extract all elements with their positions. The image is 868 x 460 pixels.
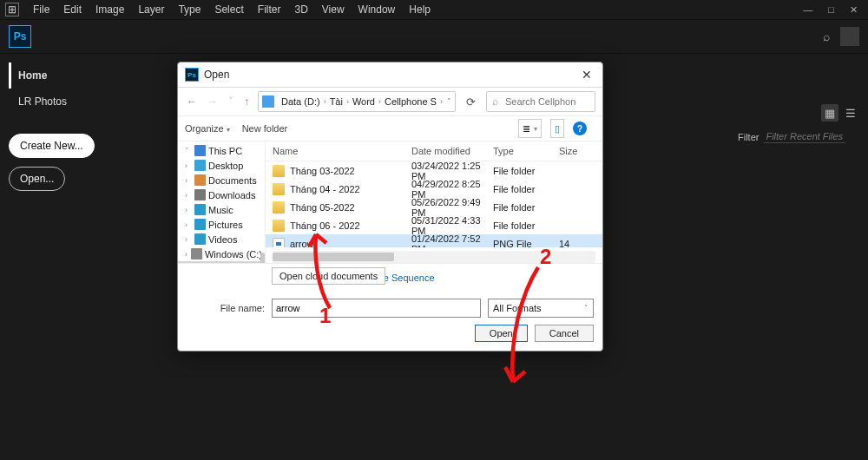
col-size[interactable]: Size [559,146,587,156]
nav-forward-icon[interactable]: → [206,94,220,109]
menubar: ⊞ File Edit Image Layer Type Select Filt… [0,0,868,20]
tree-node[interactable]: ›Documents [178,173,265,187]
open-button[interactable]: Open... [9,167,65,191]
sidebar-item-home[interactable]: Home [9,62,130,89]
tree-scrollbar[interactable] [260,253,265,263]
dialog-ps-icon: Ps [185,68,199,82]
filter-input[interactable] [764,130,845,143]
search-box[interactable]: ⌕ [486,91,595,112]
topbar: Ps ⌕ [0,20,868,54]
tree-node[interactable]: ›Music [178,202,265,217]
app-mark-icon: ⊞ [5,3,19,16]
nav-back-icon[interactable]: ← [185,94,199,109]
file-row[interactable]: arrow01/24/2022 7:52 PMPNG File14 [266,234,602,247]
avatar[interactable] [840,27,859,46]
close-icon[interactable]: ✕ [850,4,858,16]
format-value: All Formats [493,303,542,313]
crumb-1[interactable]: Tài [326,96,346,107]
file-row[interactable]: Tháng 06 - 202205/31/2022 4:33 PMFile fo… [266,216,602,234]
file-row[interactable]: Tháng 04 - 202204/29/2022 8:25 PMFile fo… [266,180,602,198]
tree-node[interactable]: ›Pictures [178,217,265,232]
nav-recent-icon[interactable]: ˅ [227,94,235,109]
tree-node[interactable]: ›Downloads [178,187,265,202]
dialog-open-button[interactable]: Open [475,325,528,342]
file-row[interactable]: Tháng 05-202205/26/2022 9:49 PMFile fold… [266,198,602,216]
organize-menu[interactable]: Organize▾ [185,123,230,134]
new-folder-button[interactable]: New folder [242,123,288,134]
dialog-cancel-button[interactable]: Cancel [535,325,594,342]
col-name[interactable]: Name [273,146,411,156]
search-icon[interactable]: ⌕ [823,30,830,43]
file-row[interactable]: Tháng 03-202203/24/2022 1:25 PMFile fold… [266,161,602,180]
menu-help[interactable]: Help [402,1,437,18]
tree-node[interactable]: ›Windows (C:) [178,246,265,261]
chevron-down-icon: ˅ [584,304,589,312]
drive-icon [262,95,274,108]
search-input[interactable] [503,95,578,108]
menu-edit[interactable]: Edit [56,1,89,18]
grid-view-icon[interactable]: ▦ [821,104,838,122]
crumb-0[interactable]: Data (D:) [278,96,324,107]
menu-3d[interactable]: 3D [287,1,314,18]
tree-node[interactable]: ›Desktop [178,158,265,173]
list-view-icon[interactable]: ☰ [842,104,859,122]
menu-filter[interactable]: Filter [251,1,288,18]
menu-image[interactable]: Image [89,1,131,18]
create-new-button[interactable]: Create New... [9,134,95,158]
minimize-icon[interactable]: — [803,4,812,16]
recent-panel: ▦ ☰ Filter [738,104,859,143]
crumb-2[interactable]: Word [349,96,378,107]
menu-view[interactable]: View [315,1,352,18]
home-sidebar: Home LR Photos Create New... Open... [9,62,130,191]
search-glass-icon: ⌕ [492,95,498,108]
sidebar-item-lr[interactable]: LR Photos [9,89,130,115]
refresh-icon[interactable]: ⟳ [463,95,479,108]
ps-logo: Ps [9,25,31,48]
col-type[interactable]: Type [493,146,559,156]
format-dropdown[interactable]: All Formats ˅ [488,299,594,318]
preview-pane-button[interactable]: ▯ [550,119,564,138]
open-dialog: Ps Open ✕ ← → ˅ ↑ Data (D:)› Tài› Word› … [177,62,603,352]
open-cloud-button[interactable]: Open cloud documents [272,267,385,285]
tree-node[interactable]: ˅This PC [178,143,265,158]
menu-file[interactable]: File [26,1,56,18]
col-date[interactable]: Date modified [411,146,493,156]
nav-up-icon[interactable]: ↑ [242,94,251,109]
filename-label: File name: [187,303,265,313]
menu-select[interactable]: Select [207,1,250,18]
dialog-title: Open [204,69,229,81]
crumb-3[interactable]: Cellphone S [381,96,440,107]
dialog-close-icon[interactable]: ✕ [578,68,595,82]
filename-input[interactable] [272,299,481,318]
maximize-icon[interactable]: □ [828,4,834,16]
folder-tree: ˅This PC›Desktop›Documents›Downloads›Mus… [178,141,266,263]
menu-type[interactable]: Type [171,1,207,18]
filter-label: Filter [738,132,759,142]
file-list: Name Date modified Type Size Tháng 03-20… [266,141,602,263]
help-icon[interactable]: ? [573,122,587,135]
list-scrollbar[interactable] [273,251,595,263]
breadcrumb[interactable]: Data (D:)› Tài› Word› Cellphone S› ˅ [258,91,456,112]
menu-window[interactable]: Window [352,1,403,18]
tree-node[interactable]: ›Videos [178,232,265,246]
menu-layer[interactable]: Layer [131,1,171,18]
view-mode-button[interactable]: ≣▾ [518,119,542,138]
column-headers[interactable]: Name Date modified Type Size [266,141,602,161]
